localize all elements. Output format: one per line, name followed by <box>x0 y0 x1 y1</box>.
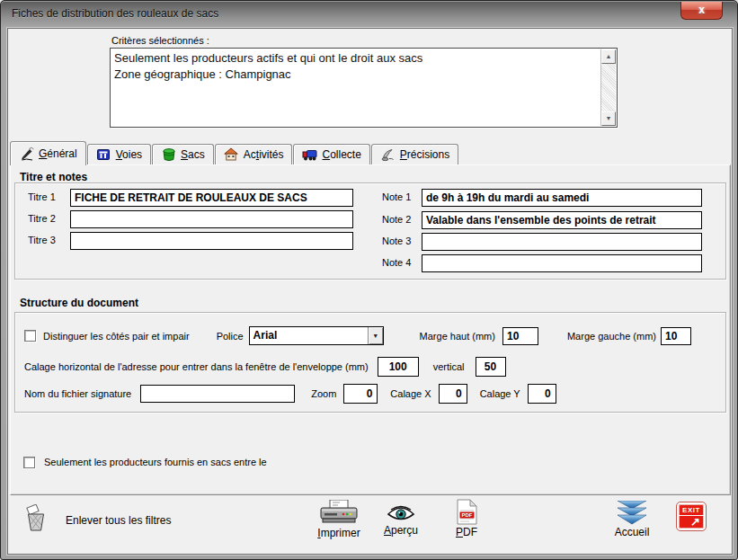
criteria-line-1: Seulement les producteurs actifs et qui … <box>114 50 599 67</box>
titre-3-label: Titre 3 <box>28 235 56 245</box>
footer-toolbar: Enlever tous les filtres Imprimer Aperçu… <box>8 495 734 556</box>
zoom-label: Zoom <box>311 388 336 399</box>
inkwell-quill-icon <box>380 147 396 162</box>
calage-adresse-label: Calage horizontal de l'adresse pour entr… <box>24 361 369 372</box>
note-1-input[interactable]: de 9h à 19h du mardi au samedi <box>422 189 702 207</box>
tab-page-general: Titre et notes Titre 1 FICHE DE RETRAIT … <box>10 164 731 495</box>
note-3-input[interactable] <box>422 233 702 251</box>
marge-gauche-label: Marge gauche (mm) <box>567 331 656 342</box>
apercu-button[interactable]: Aperçu <box>371 503 431 537</box>
zoom-input[interactable]: 0 <box>343 384 378 404</box>
clear-filters-button[interactable]: Enlever tous les filtres <box>22 504 171 537</box>
eye-icon <box>371 503 431 523</box>
pair-impair-label: Distinguer les côtés pair et impair <box>43 331 190 342</box>
police-label: Police <box>217 331 244 342</box>
calage-y-label: Calage Y <box>480 388 520 399</box>
police-combobox[interactable]: Arial ▼ <box>249 326 384 345</box>
calage-y-input[interactable]: 0 <box>528 384 556 404</box>
signature-pen-icon <box>19 147 34 161</box>
titles-section-header: Titre et notes <box>20 171 87 183</box>
trash-icon <box>22 504 49 537</box>
truck-icon <box>302 147 317 162</box>
note-4-input[interactable] <box>422 254 702 272</box>
sacs-entre-label: Seulement les producteurs fournis en sac… <box>44 457 267 467</box>
criteria-line-2: Zone géographique : Champignac <box>114 67 599 83</box>
marge-gauche-input[interactable]: 10 <box>661 327 691 345</box>
note-2-label: Note 2 <box>382 214 411 225</box>
clear-filters-label: Enlever tous les filtres <box>66 514 171 527</box>
structure-groupbox: Distinguer les côtés pair et impair Poli… <box>14 312 726 413</box>
signature-label: Nom du fichier signature <box>24 388 131 399</box>
tab-precisions-label: Précisions <box>400 148 449 161</box>
tab-voies-label: Voies <box>116 148 142 161</box>
structure-row-1: Distinguer les côtés pair et impair Poli… <box>24 326 691 345</box>
tab-general[interactable]: Général <box>10 141 86 165</box>
titre-2-input[interactable] <box>70 210 353 228</box>
note-4-label: Note 4 <box>382 257 411 268</box>
calage-horizontal-input[interactable]: 100 <box>378 357 419 377</box>
criteria-label: Critères sélectionnés : <box>111 35 209 46</box>
structure-row-2: Calage horizontal de l'adresse pour entr… <box>24 357 506 377</box>
scroll-down-icon[interactable]: ▼ <box>601 111 616 126</box>
criteria-textbox[interactable]: Seulement les producteurs actifs et qui … <box>110 48 618 128</box>
calage-x-input[interactable]: 0 <box>439 384 467 404</box>
titre-1-label: Titre 1 <box>28 191 56 202</box>
pdf-file-icon: PDF <box>441 498 492 525</box>
dialog-window: Fiches de distribution des rouleaux de s… <box>0 0 738 560</box>
title-bar[interactable]: Fiches de distribution des rouleaux de s… <box>1 1 737 28</box>
exit-button[interactable]: EXIT ↗ <box>677 502 706 530</box>
note-3-label: Note 3 <box>382 236 411 246</box>
pdf-icon-text: PDF <box>461 512 472 518</box>
signature-input[interactable] <box>140 385 295 403</box>
titre-3-input[interactable] <box>70 232 353 250</box>
tab-sacs-label: Sacs <box>181 148 205 161</box>
tab-collecte[interactable]: Collecte <box>293 144 369 164</box>
combo-dropdown-icon[interactable]: ▼ <box>368 327 383 344</box>
close-button[interactable]: x <box>680 2 723 20</box>
house-icon <box>224 147 239 162</box>
sacs-entre-checkbox[interactable] <box>23 457 35 468</box>
dialog-content: Critères sélectionnés : Seulement les pr… <box>7 28 733 555</box>
scroll-up-icon[interactable]: ▲ <box>601 49 616 64</box>
tab-collecte-label: Collecte <box>322 148 360 161</box>
structure-section-header: Structure du document <box>20 297 138 309</box>
printer-icon <box>301 499 377 526</box>
green-barrel-icon <box>161 147 176 162</box>
accueil-label: Accueil <box>594 526 670 538</box>
sacs-entre-row: Seulement les producteurs fournis en sac… <box>23 455 267 469</box>
accueil-button[interactable]: Accueil <box>594 501 670 538</box>
marge-haut-input[interactable]: 10 <box>502 327 538 345</box>
tab-sacs[interactable]: Sacs <box>152 144 214 164</box>
structure-row-3: Nom du fichier signature Zoom 0 Calage X… <box>24 384 556 404</box>
titre-1-input[interactable]: FICHE DE RETRAIT DE ROULEAUX DE SACS <box>70 189 353 207</box>
criteria-scrollbar[interactable]: ▲ ▼ <box>600 49 616 126</box>
tab-activites[interactable]: Activités <box>215 144 293 164</box>
note-1-label: Note 1 <box>382 191 411 202</box>
chevrons-down-icon <box>594 501 670 525</box>
road-sign-icon <box>96 147 111 162</box>
calage-x-label: Calage X <box>390 388 431 399</box>
imprimer-label: Imprimer <box>301 527 377 539</box>
vertical-label: vertical <box>433 361 465 372</box>
tab-strip: Général Voies Sacs Activités <box>10 140 459 164</box>
tab-voies[interactable]: Voies <box>87 144 151 164</box>
tab-precisions[interactable]: Précisions <box>371 144 458 164</box>
titre-2-label: Titre 2 <box>28 213 56 224</box>
pdf-label: PDF <box>441 526 492 538</box>
pdf-button[interactable]: PDF PDF <box>441 498 492 538</box>
window-title: Fiches de distribution des rouleaux de s… <box>12 7 218 20</box>
calage-vertical-input[interactable]: 50 <box>476 357 506 377</box>
tab-general-label: Général <box>39 147 77 160</box>
police-value: Arial <box>250 327 368 344</box>
exit-arrow-icon: ↗ <box>690 515 700 529</box>
tab-activites-label: Activités <box>244 148 284 161</box>
titles-groupbox: Titre 1 FICHE DE RETRAIT DE ROULEAUX DE … <box>14 182 726 280</box>
note-2-input[interactable]: Valable dans l'ensemble des points de re… <box>422 211 702 229</box>
pair-impair-checkbox[interactable] <box>24 330 36 342</box>
marge-haut-label: Marge haut (mm) <box>420 331 495 342</box>
apercu-label: Aperçu <box>371 524 431 537</box>
imprimer-button[interactable]: Imprimer <box>301 499 377 539</box>
